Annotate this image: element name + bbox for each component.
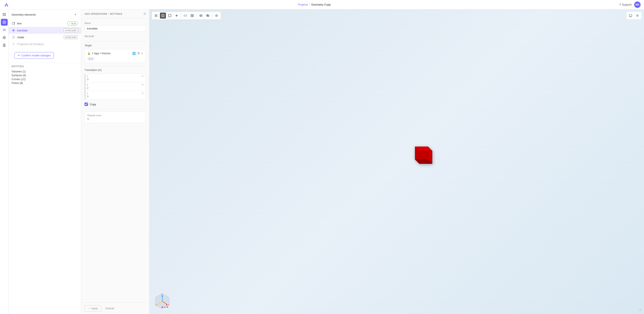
tag-chip-1: 1 ✕ — [87, 57, 94, 60]
divider-1 — [84, 41, 146, 42]
avatar-initials: MS — [636, 3, 639, 6]
svg-point-36 — [157, 16, 157, 17]
geo-item-translate[interactable]: translate ▶ Not built — [8, 27, 81, 34]
svg-point-55 — [637, 15, 638, 16]
vt-eye1-button[interactable] — [198, 12, 204, 18]
copy-checkbox[interactable] — [84, 102, 88, 106]
svg-point-33 — [157, 16, 157, 16]
repeat-count-input[interactable] — [87, 118, 143, 121]
apply-button[interactable]: ✓ Apply — [84, 305, 102, 312]
svg-point-32 — [156, 16, 156, 16]
rail-menu-icon[interactable] — [1, 11, 8, 18]
z-left-bar — [85, 91, 86, 99]
svg-rect-42 — [191, 14, 192, 16]
svg-rect-20 — [3, 46, 6, 46]
vt-transform-button[interactable] — [174, 12, 180, 18]
viewport-toolbar-right — [626, 12, 642, 20]
box-icon — [12, 22, 15, 26]
not-built-label-rotate: Not built — [68, 36, 76, 38]
svg-rect-43 — [192, 14, 194, 16]
breadcrumb-separator: / — [309, 3, 310, 6]
geometry-list: box ✓ Built translate ▶ Not built — [8, 19, 81, 48]
support-icon: ? — [619, 3, 621, 6]
svg-point-31 — [155, 16, 156, 16]
vt-plane-button[interactable] — [182, 12, 188, 18]
fragment-label: Fragment all (finalize) — [17, 42, 44, 46]
sidebar-title: Geometry elements — [12, 13, 36, 16]
confirm-label: Confirm model changes — [21, 54, 50, 57]
middle-panel: GEO OPERATIONS • SETTINGS ⧉ Name Not bui… — [81, 10, 150, 314]
surfaces-item[interactable]: Surfaces (6) — [12, 74, 78, 77]
vt-wire-button[interactable] — [167, 12, 173, 18]
svg-point-14 — [4, 37, 5, 38]
vt-dots-button[interactable] — [153, 12, 159, 18]
rail-3d-icon[interactable] — [1, 19, 8, 26]
svg-point-35 — [156, 16, 156, 17]
y-fx-button[interactable]: fx — [142, 84, 144, 86]
checkmark-icon: ✓ — [69, 22, 71, 25]
play-icon-rotate: ▶ — [66, 36, 67, 38]
projects-link[interactable]: Projects — [298, 3, 308, 6]
support-label: Support — [622, 3, 632, 6]
vt-box-button[interactable] — [160, 12, 166, 18]
svg-point-73 — [162, 306, 163, 308]
svg-rect-38 — [162, 15, 164, 16]
vt-grid-button[interactable] — [189, 12, 195, 18]
repeat-count-label: Repeat count — [87, 114, 143, 117]
points-item[interactable]: Points (8) — [12, 81, 78, 85]
corner-resize-marker — [639, 308, 642, 312]
name-input[interactable] — [84, 25, 146, 32]
remove-tag-button[interactable]: ✕ — [91, 58, 93, 60]
add-target-icon[interactable]: + — [141, 52, 143, 55]
support-button[interactable]: ? Support — [619, 3, 632, 6]
z-fx-button[interactable]: fx — [142, 92, 144, 94]
cancel-button[interactable]: Cancel — [103, 305, 116, 312]
svg-rect-1 — [2, 14, 6, 15]
translation-fields: x fx y fx z fx — [84, 74, 146, 100]
rail-target-icon[interactable] — [1, 34, 8, 41]
tag-chips: 1 ✕ — [87, 57, 143, 60]
geo-item-translate-badge[interactable]: ▶ Not built — [64, 28, 78, 32]
svg-rect-37 — [162, 14, 164, 17]
app-logo[interactable] — [4, 2, 10, 8]
vt-settings-button[interactable] — [634, 12, 640, 18]
geo-item-rotate[interactable]: rotate ▶ Not built — [8, 34, 81, 40]
avatar[interactable]: MS — [634, 2, 640, 8]
lock-icon: 🔒 — [87, 52, 90, 55]
vt-star-button[interactable] — [214, 12, 220, 18]
target-section: 🔒 1 tags • Volume 🌐 ⚗ + 1 ✕ — [84, 49, 146, 63]
svg-point-28 — [155, 14, 156, 15]
geo-item-rotate-badge[interactable]: ▶ Not built — [64, 35, 78, 39]
viewport: z x y — [150, 10, 644, 314]
panel-header: GEO OPERATIONS • SETTINGS ⧉ — [81, 10, 149, 18]
divider-2 — [84, 66, 146, 66]
y-input[interactable] — [87, 86, 144, 90]
vt-monitor-button[interactable] — [628, 12, 634, 18]
vt-sep-2 — [196, 14, 197, 18]
icon-rail — [0, 10, 8, 314]
rail-layers-icon[interactable] — [1, 42, 8, 49]
z-input[interactable] — [87, 94, 144, 98]
add-geometry-button[interactable]: + — [73, 12, 78, 17]
svg-text:x: x — [168, 304, 169, 306]
geo-item-box[interactable]: box ✓ Built — [8, 20, 81, 27]
axis-widget: z x y — [154, 293, 171, 310]
svg-rect-21 — [3, 44, 6, 44]
svg-line-10 — [4, 29, 5, 30]
copy-panel-icon[interactable]: ⧉ — [144, 12, 146, 16]
confirm-model-changes-button[interactable]: ✏ Confirm model changes — [14, 52, 54, 59]
volumes-item[interactable]: Volumes (1) — [12, 70, 78, 74]
panel-footer: ✓ Apply Cancel — [81, 302, 149, 314]
rail-graph-icon[interactable] — [1, 26, 8, 33]
x-fx-button[interactable]: fx — [142, 75, 144, 77]
geo-item-fragment[interactable]: Fragment all (finalize) — [8, 40, 81, 48]
globe-icon[interactable]: 🌐 — [132, 52, 136, 55]
x-input[interactable] — [87, 77, 144, 82]
vt-eye2-button[interactable] — [205, 12, 211, 18]
svg-rect-44 — [191, 16, 192, 17]
filter-icon[interactable]: ⚗ — [137, 52, 140, 55]
svg-rect-2 — [2, 16, 6, 16]
sidebar: Geometry elements + box ✓ Built — [8, 10, 81, 314]
curves-item[interactable]: Curves (12) — [12, 77, 78, 81]
svg-point-74 — [164, 306, 166, 308]
